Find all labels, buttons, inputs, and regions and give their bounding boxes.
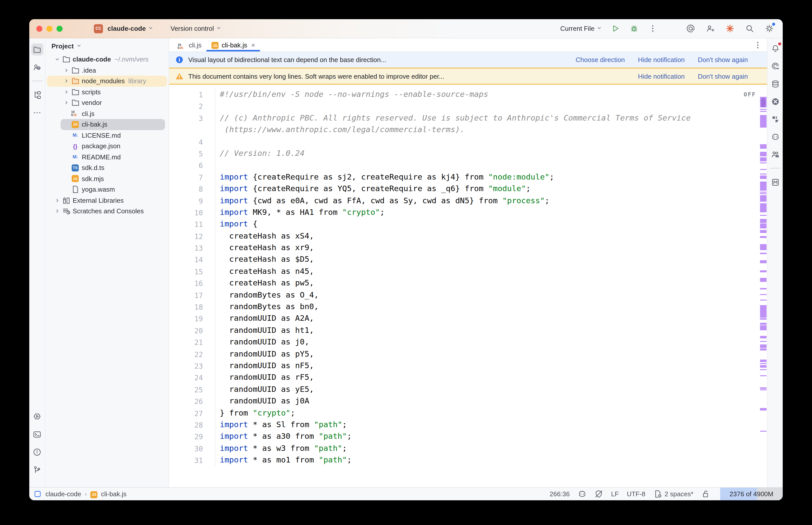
user-plus-icon[interactable] xyxy=(705,23,715,34)
editor-scrollbar[interactable] xyxy=(759,85,767,487)
git-branch-icon[interactable] xyxy=(31,464,43,476)
run-button[interactable] xyxy=(610,23,621,34)
maximize-window-button[interactable] xyxy=(57,26,62,31)
editor-notification-info: Visual layout of bidirectional text can … xyxy=(169,52,767,68)
debug-button[interactable] xyxy=(628,23,639,34)
scrollbar-thumb[interactable] xyxy=(761,98,766,107)
chevron-right-icon[interactable] xyxy=(62,78,71,84)
editor-tab-cli-bak-js[interactable]: JScli-bak.js× xyxy=(207,38,260,51)
caret-position-widget[interactable]: 266:36 xyxy=(550,490,570,498)
close-tab-icon[interactable]: × xyxy=(251,41,255,49)
tree-item-vendor[interactable]: vendor xyxy=(45,97,168,108)
tree-item-scripts[interactable]: scripts xyxy=(45,87,168,97)
ide-window: CC claude-code Version control Current F… xyxy=(29,19,783,500)
ai-burst-icon[interactable] xyxy=(724,23,735,34)
search-everywhere-icon[interactable] xyxy=(744,23,755,34)
chevron-right-icon[interactable] xyxy=(53,198,62,203)
copilot-icon[interactable] xyxy=(769,131,781,143)
line-number: 16 xyxy=(169,278,203,289)
tree-item-cli-bak-js[interactable]: JScli-bak.js xyxy=(45,119,168,130)
status-bar: claude-code › JS cli-bak.js 266:36 LF UT… xyxy=(29,487,783,500)
vcs-change-mark xyxy=(760,389,767,390)
line-number: 23 xyxy=(169,360,203,372)
run-hexagon-icon[interactable] xyxy=(31,410,43,423)
settings-gear-icon[interactable] xyxy=(764,23,774,34)
ai-chat-icon[interactable] xyxy=(769,60,781,72)
vcs-change-mark xyxy=(760,174,767,175)
tree-item-sdk-mjs[interactable]: JSsdk.mjs xyxy=(45,173,168,184)
memory-indicator[interactable]: 2376 of 4900M xyxy=(720,488,783,500)
notification-link-don-t-show-again[interactable]: Don't show again xyxy=(698,72,748,80)
line-number: 15 xyxy=(169,266,203,278)
line-separator-widget[interactable]: LF xyxy=(611,490,619,498)
tree-item-cli-js[interactable]: 100JScli.js xyxy=(45,108,168,119)
tree-item-readme-md[interactable]: M↓README.md xyxy=(45,152,168,162)
mentions-at-icon[interactable] xyxy=(685,23,696,34)
notification-link-don-t-show-again[interactable]: Don't show again xyxy=(698,56,748,63)
project-tree: claude-code~/.nvm/vers.ideanode_modulesl… xyxy=(45,53,168,216)
problems-icon[interactable] xyxy=(31,446,43,458)
indent-widget[interactable]: 2 spaces* xyxy=(653,490,693,498)
line-number: 25 xyxy=(169,384,203,396)
tree-item-package-json[interactable]: {}package.json xyxy=(45,141,168,152)
line-number: 26 xyxy=(169,395,203,407)
highlighting-off-icon[interactable] xyxy=(594,490,603,498)
breadcrumb-project[interactable]: claude-code xyxy=(45,490,81,498)
minimize-window-button[interactable] xyxy=(46,26,53,31)
vcs-change-mark xyxy=(760,336,767,339)
project-widget[interactable]: claude-code xyxy=(107,25,153,32)
bell-icon[interactable] xyxy=(769,42,781,55)
code-line: 21 randomUUID as j0, xyxy=(169,336,759,348)
editor-notification-warning: This document contains very long lines. … xyxy=(169,68,767,85)
line-number: 19 xyxy=(169,313,203,325)
notification-link-choose-direction[interactable]: Choose direction xyxy=(576,56,625,63)
people-help-icon[interactable]: ? xyxy=(31,61,43,73)
breadcrumb-file[interactable]: cli-bak.js xyxy=(101,490,127,498)
terminal-icon[interactable] xyxy=(31,428,43,440)
tree-item-claude-code[interactable]: claude-code~/.nvm/vers xyxy=(45,54,168,65)
editor-tab-bar: 100JScli.jsJScli-bak.js× xyxy=(169,38,767,52)
line-number: 3 xyxy=(169,112,203,124)
code-viewport[interactable]: 1#!/usr/bin/env -S node --no-warnings --… xyxy=(169,85,767,487)
code-line: 25 randomUUID as yE5, xyxy=(169,384,759,396)
close-window-button[interactable] xyxy=(36,26,42,31)
vcs-change-mark xyxy=(760,365,767,368)
tree-item-node-modules[interactable]: node_moduleslibrary xyxy=(45,76,168,87)
info-circle-icon xyxy=(175,56,184,64)
vcs-change-mark xyxy=(760,215,767,216)
tree-item-license-md[interactable]: M↓LICENSE.md xyxy=(45,130,168,141)
tree-item-yoga-wasm[interactable]: yoga.wasm xyxy=(45,184,168,195)
tree-item-scratches-and-consoles[interactable]: Scratches and Consoles xyxy=(45,206,168,216)
tree-item-sdk-d-ts[interactable]: TSsdk.d.ts xyxy=(45,162,168,173)
copilot-status-icon[interactable] xyxy=(578,490,587,498)
structure-icon[interactable] xyxy=(31,89,43,101)
tree-item-external-libraries[interactable]: External Libraries xyxy=(45,195,168,206)
m-box-icon[interactable] xyxy=(769,176,781,188)
notification-link-hide-notification[interactable]: Hide notification xyxy=(638,72,684,80)
plugin-quarters-icon[interactable] xyxy=(769,113,781,125)
vcs-widget[interactable]: Version control xyxy=(171,25,222,32)
chevron-down-icon[interactable] xyxy=(53,57,62,62)
read-write-lock-icon[interactable] xyxy=(702,490,710,498)
editor-tab-cli-js[interactable]: 100JScli.js xyxy=(173,38,207,51)
folder-icon xyxy=(71,66,80,75)
inspection-highlight-widget[interactable]: OFF xyxy=(743,89,756,101)
encoding-widget[interactable]: UTF-8 xyxy=(627,490,646,498)
tab-options-kebab-icon[interactable] xyxy=(753,38,762,51)
people-chat-icon[interactable] xyxy=(769,148,781,160)
more-dots-icon[interactable] xyxy=(31,106,43,119)
chevron-right-icon[interactable] xyxy=(62,100,71,106)
run-configuration-selector[interactable]: Current File xyxy=(560,25,602,32)
x-circle-icon[interactable] xyxy=(769,95,781,107)
database-icon[interactable] xyxy=(769,78,781,90)
code-line: 1#!/usr/bin/env -S node --no-warnings --… xyxy=(169,89,759,101)
project-panel-header[interactable]: Project xyxy=(45,38,168,53)
tree-item--idea[interactable]: .idea xyxy=(45,65,168,76)
more-actions-button[interactable] xyxy=(647,23,658,34)
line-number xyxy=(169,124,203,136)
chevron-right-icon[interactable] xyxy=(53,209,62,214)
notification-link-hide-notification[interactable]: Hide notification xyxy=(638,56,684,63)
chevron-right-icon[interactable] xyxy=(62,68,71,73)
chevron-right-icon[interactable] xyxy=(62,89,71,95)
folder-tool-icon[interactable] xyxy=(31,43,43,56)
